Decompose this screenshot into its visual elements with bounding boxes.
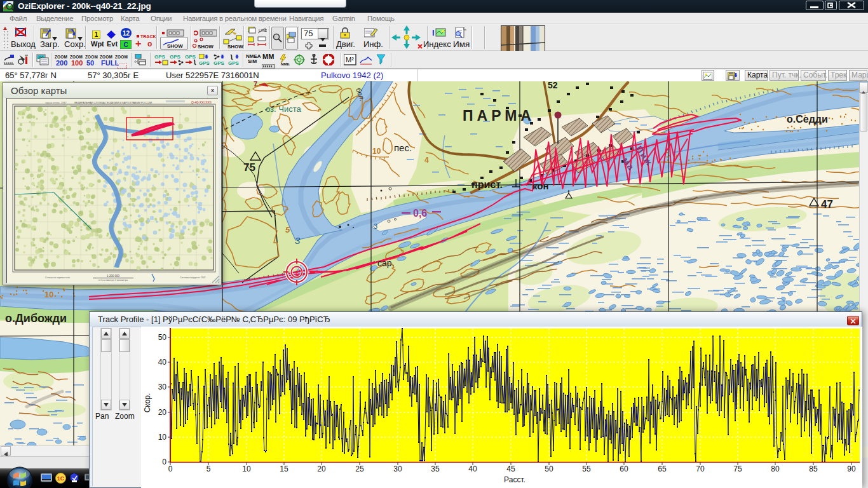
svg-text:90: 90 [847,464,856,473]
svg-text:C: C [123,41,128,48]
svg-text:47: 47 [821,198,833,210]
svg-text:35: 35 [431,464,440,473]
svg-text:GPS: GPS [199,60,210,65]
svg-text:кон: кон [532,180,549,191]
svg-text:20: 20 [158,408,167,417]
svg-text:Система координат 1942: Система координат 1942 [180,276,206,279]
svg-text:0: 0 [162,458,166,466]
svg-text:ПАРМА: ПАРМА [463,107,535,124]
svg-text:NMEA: NMEA [281,62,290,65]
svg-text:52: 52 [548,81,558,90]
svg-text:45: 45 [506,464,515,473]
svg-text:55: 55 [582,464,591,473]
svg-text:0,6: 0,6 [413,208,427,219]
svg-text:оз. Чиста: оз. Чиста [266,104,302,114]
svg-text:50: 50 [545,464,553,473]
svg-text:5: 5 [285,225,290,234]
svg-text:TRACK: TRACK [140,34,156,39]
svg-text:80: 80 [771,464,780,473]
svg-text:10: 10 [242,464,251,473]
svg-text:о.Дибожди: о.Дибожди [5,312,67,325]
svg-text:30: 30 [393,464,402,473]
svg-text:GPS: GPS [170,54,181,60]
svg-text:25: 25 [355,464,364,473]
svg-text:SHOW: SHOW [198,44,214,50]
svg-text:GPS: GPS [228,60,240,65]
svg-text:60: 60 [620,464,628,473]
svg-text:85: 85 [809,464,818,473]
svg-text:ФЕДЕРАЛЬНАЯ СЛУЖБА ГЕОДЕЗИИ И: ФЕДЕРАЛЬНАЯ СЛУЖБА ГЕОДЕЗИИ И КАРТОГРАФИ… [74,101,153,104]
svg-text:70: 70 [696,464,705,473]
svg-text:I: I [432,28,435,37]
svg-text:сар.: сар. [377,258,394,268]
svg-text:10: 10 [158,433,167,442]
svg-text:1:200 000: 1:200 000 [107,274,120,278]
svg-text:GPS: GPS [185,54,196,60]
svg-text:Расст.: Расст. [504,475,526,484]
svg-text:1: 1 [95,31,98,38]
svg-text:3: 3 [295,235,301,246]
svg-text:GPS: GPS [154,54,166,60]
svg-text:75: 75 [733,464,742,473]
svg-text:10: 10 [44,290,53,299]
svg-text:1С: 1С [57,475,65,482]
svg-text:тираж отпеч. 1987: тираж отпеч. 1987 [45,101,67,104]
svg-text:о.Седди: о.Седди [787,114,828,125]
svg-text:пес.: пес. [394,142,412,153]
svg-text:GPS: GPS [214,60,225,65]
svg-text:20: 20 [317,464,326,473]
svg-text:7: 7 [254,81,257,88]
svg-text:10: 10 [372,147,381,156]
svg-text:4: 4 [424,156,429,165]
svg-text:SHOW: SHOW [167,43,183,49]
svg-text:Q-40-XXI,XXII: Q-40-XXI,XXII [191,100,212,104]
svg-text:40: 40 [158,358,167,367]
svg-text:12: 12 [123,30,130,37]
svg-text:0: 0 [168,464,173,473]
svg-text:65: 65 [658,464,667,473]
svg-text:прист.: прист. [471,179,503,190]
svg-text:75: 75 [243,161,255,173]
svg-text:M²: M² [346,56,354,64]
svg-text:3: 3 [374,222,377,230]
svg-text:15: 15 [280,464,288,473]
svg-text:в 1 сантиметре 2 километра: в 1 сантиметре 2 километра [98,279,128,281]
svg-text:40: 40 [468,464,477,473]
svg-text:SHOW: SHOW [227,44,243,50]
svg-text:50: 50 [158,333,167,342]
svg-text:5: 5 [207,464,211,473]
svg-text:30: 30 [158,383,167,391]
svg-text:Скор.: Скор. [143,393,152,413]
svg-text:Сплошные горизонтали: Сплошные горизонтали [45,276,70,279]
